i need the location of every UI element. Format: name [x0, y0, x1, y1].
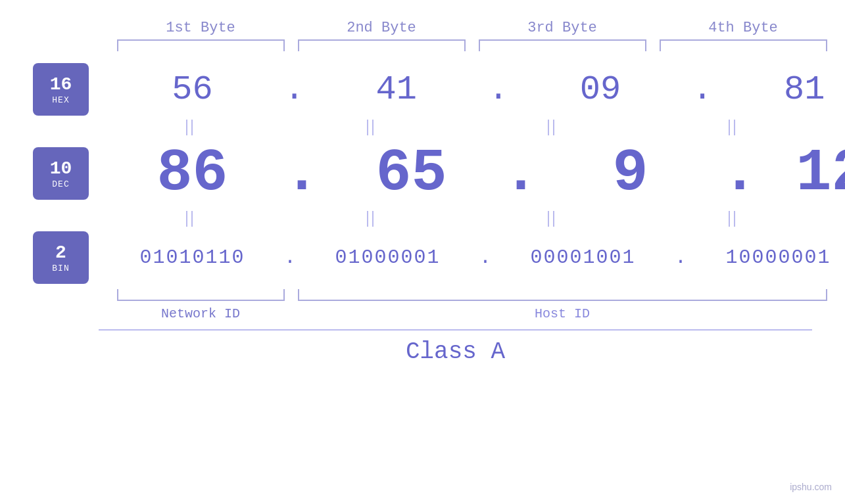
dec-base-num: 10 [50, 158, 72, 180]
vert-bar-3a [548, 120, 549, 135]
bottom-bracket-2 [291, 289, 834, 301]
vert-bar-2a [367, 120, 368, 135]
vert-bar-7a [548, 211, 549, 227]
bin-b1-value: 01010110 [102, 246, 283, 269]
sep-cell-8 [641, 210, 822, 228]
class-area: Class A [0, 329, 845, 365]
bottom-bracket-line-2 [298, 289, 827, 301]
sep-cell-2 [279, 118, 460, 137]
byte3-label: 3rd Byte [472, 20, 653, 36]
vert-bar-2b [372, 120, 374, 135]
bin-base-num: 2 [55, 242, 66, 264]
bin-base-label: BIN [52, 263, 69, 273]
hex-b1: 56 [102, 70, 283, 109]
sep-cell-4 [641, 118, 822, 137]
hex-b4: 81 [714, 70, 845, 109]
bottom-bracket-line-1 [117, 289, 285, 301]
bracket-2 [291, 39, 472, 51]
bracket-1 [110, 39, 291, 51]
hex-b1-value: 56 [102, 70, 283, 109]
bin-badge: 2 BIN [33, 231, 89, 284]
bin-b3: 00001001 [493, 246, 673, 269]
hex-b3-value: 09 [510, 70, 690, 109]
bin-b3-value: 00001001 [493, 246, 673, 269]
hex-row: 16 HEX 56 . 41 . 09 . 81 [0, 63, 845, 116]
sep-cell-5 [99, 210, 279, 228]
vert-bar-4a [729, 120, 730, 135]
sep-cell-7 [460, 210, 641, 228]
sep-hex-dec [0, 118, 845, 137]
bin-b2: 01000001 [297, 246, 478, 269]
dec-b4-value: 129 [759, 140, 845, 207]
sep-cell-1 [99, 118, 279, 137]
byte2-label: 2nd Byte [291, 20, 472, 36]
dec-dot3: . [722, 140, 758, 207]
bracket-line-4 [660, 39, 827, 51]
bracket-4 [653, 39, 834, 51]
dec-b2: 65 [321, 140, 502, 207]
class-bracket-line [99, 329, 812, 331]
byte1-label: 1st Byte [110, 20, 291, 36]
hex-dot2: . [488, 70, 508, 109]
hex-base-label: HEX [52, 95, 69, 105]
bin-values: 01010110 . 01000001 . 00001001 . 1000000… [89, 246, 845, 269]
bottom-bracket-1 [110, 289, 291, 301]
host-id-label: Host ID [291, 306, 834, 321]
hex-b3: 09 [510, 70, 690, 109]
dec-base-label: DEC [52, 179, 69, 189]
dec-b3-value: 9 [540, 140, 721, 207]
dec-b1: 86 [102, 140, 283, 207]
dec-values: 86 . 65 . 9 . 129 [89, 140, 845, 207]
sep-cell-3 [460, 118, 641, 137]
bin-dot3: . [675, 246, 687, 269]
hex-b2-value: 41 [306, 70, 487, 109]
hex-base-num: 16 [50, 74, 72, 96]
vert-bar-6a [367, 211, 368, 227]
dec-row: 10 DEC 86 . 65 . 9 . 129 [0, 140, 845, 207]
bin-b4-value: 10000001 [688, 246, 845, 269]
dec-dot1: . [284, 140, 320, 207]
vert-bar-6b [372, 211, 374, 227]
bracket-line-2 [298, 39, 466, 51]
hex-b4-value: 81 [714, 70, 845, 109]
bin-dot1: . [284, 246, 296, 269]
bin-b1: 01010110 [102, 246, 283, 269]
vert-bar-5b [191, 211, 193, 227]
dec-b4: 129 [759, 140, 845, 207]
sep-cell-6 [279, 210, 460, 228]
main-container: 1st Byte 2nd Byte 3rd Byte 4th Byte 16 H… [0, 0, 845, 504]
dec-badge: 10 DEC [33, 147, 89, 200]
vert-bar-1a [186, 120, 187, 135]
byte4-label: 4th Byte [653, 20, 834, 36]
bin-dot2: . [479, 246, 491, 269]
vert-bar-8b [734, 211, 735, 227]
bracket-3 [472, 39, 653, 51]
bin-b2-value: 01000001 [297, 246, 478, 269]
top-bracket-row [0, 39, 845, 51]
vert-bar-7b [553, 211, 554, 227]
hex-badge: 16 HEX [33, 63, 89, 116]
bin-row: 2 BIN 01010110 . 01000001 . 00001001 . 1… [0, 231, 845, 284]
vert-bar-5a [186, 211, 187, 227]
dec-b2-value: 65 [321, 140, 502, 207]
class-label: Class A [99, 338, 812, 365]
id-labels-row: Network ID Host ID [0, 306, 845, 321]
bin-b4: 10000001 [688, 246, 845, 269]
vert-bar-8a [729, 211, 730, 227]
bracket-line-3 [479, 39, 646, 51]
hex-dot3: . [692, 70, 712, 109]
byte-labels-row: 1st Byte 2nd Byte 3rd Byte 4th Byte [0, 20, 845, 36]
watermark: ipshu.com [790, 482, 832, 492]
hex-b2: 41 [306, 70, 487, 109]
vert-bar-3b [553, 120, 554, 135]
network-id-label: Network ID [110, 306, 291, 321]
dec-b1-value: 86 [102, 140, 283, 207]
hex-values: 56 . 41 . 09 . 81 [89, 70, 845, 109]
vert-bar-4b [734, 120, 735, 135]
hex-dot1: . [284, 70, 304, 109]
dec-dot2: . [503, 140, 539, 207]
dec-b3: 9 [540, 140, 721, 207]
vert-bar-1b [191, 120, 193, 135]
sep-dec-bin [0, 210, 845, 228]
bottom-bracket-row [0, 289, 845, 301]
